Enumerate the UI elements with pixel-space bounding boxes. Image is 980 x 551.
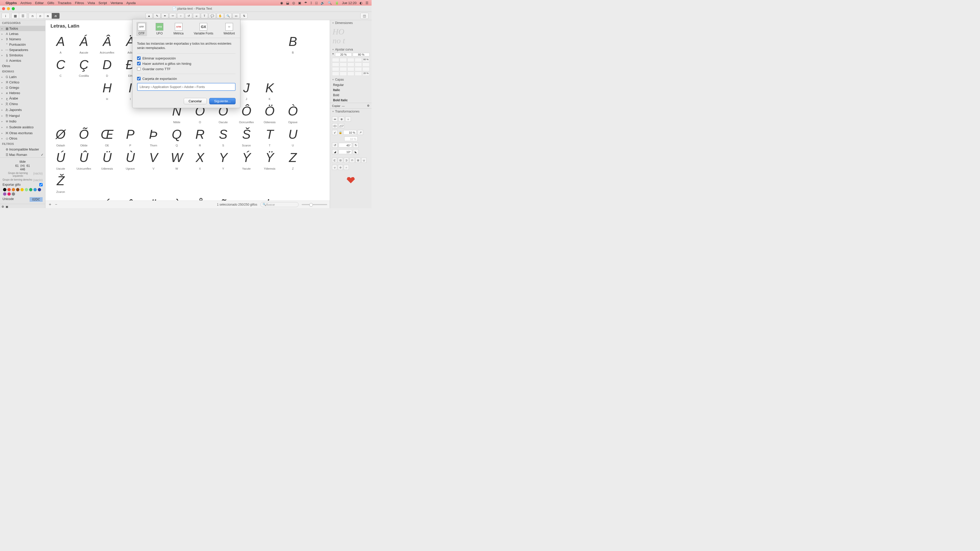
layer-regular[interactable]: Regular: [330, 83, 372, 87]
glyph-cell[interactable]: [72, 171, 95, 194]
color-lightgreen[interactable]: [25, 188, 28, 191]
lang-chino[interactable]: ▸文Chino: [0, 101, 45, 107]
glyph-cell[interactable]: RR: [188, 125, 212, 148]
glyph-cell[interactable]: KK: [258, 78, 281, 102]
glyph-cell[interactable]: [281, 55, 304, 78]
view-grid-button[interactable]: ▦: [11, 13, 19, 19]
menu-archivo[interactable]: Archivo: [21, 1, 32, 5]
glyph-cell[interactable]: [281, 171, 304, 194]
lang-japones[interactable]: ▸あJaponés: [0, 107, 45, 113]
glyph-cell[interactable]: [165, 171, 188, 194]
measure-tool[interactable]: ▭: [232, 13, 240, 19]
glyph-cell[interactable]: [119, 171, 142, 194]
glyph-cell[interactable]: [258, 171, 281, 194]
panel-icon[interactable]: ▣: [6, 205, 8, 208]
layer-italic[interactable]: Italic: [330, 87, 372, 93]
glyph-cell[interactable]: ÝYacute: [235, 148, 258, 171]
color-orange[interactable]: [12, 188, 15, 191]
status-app-icon[interactable]: ▣: [298, 1, 301, 5]
export-glyph-checkbox[interactable]: [39, 183, 43, 186]
save-ttf-checkbox[interactable]: Guardar como TTF: [137, 66, 235, 72]
menu-editar[interactable]: Editar: [35, 1, 44, 5]
filter-macroman[interactable]: ☰Mac Roman✓: [0, 152, 45, 157]
glyph-cell[interactable]: [95, 102, 119, 125]
glyph-cell[interactable]: ÚUacute: [49, 148, 72, 171]
glyph-cell[interactable]: ZZ: [281, 148, 304, 171]
export-folder-checkbox[interactable]: Carpeta de exportación: [137, 76, 235, 81]
window-minimize-button[interactable]: [7, 7, 10, 10]
status-battery-icon[interactable]: 🔋: [335, 1, 339, 5]
copy-layer-button[interactable]: Copiar: [332, 104, 340, 107]
glyph-cell[interactable]: ÒOgrave: [281, 102, 304, 125]
status-record-icon[interactable]: ◉: [280, 1, 283, 5]
glyph-cell[interactable]: [142, 171, 165, 194]
glyph-cell[interactable]: YY: [212, 148, 235, 171]
glyph-cell[interactable]: AA: [49, 32, 72, 55]
scale-up-icon[interactable]: ↗: [358, 130, 363, 135]
lang-cirilico[interactable]: ▸ЯCirílico: [0, 79, 45, 85]
glyph-width[interactable]: 446: [2, 168, 44, 171]
status-wifi-icon[interactable]: ⌸: [315, 1, 318, 5]
cat-puntuacion[interactable]: “Puntuación: [0, 42, 45, 47]
glyph-cell[interactable]: ØOslash: [49, 125, 72, 148]
origin-icon[interactable]: ⊕: [339, 117, 344, 122]
glyph-cell[interactable]: DD: [95, 55, 119, 78]
scale2-field[interactable]: 10 %: [344, 137, 358, 141]
cat-simbolos[interactable]: ▸§Símbolos: [0, 52, 45, 58]
glyph-cell[interactable]: [72, 102, 95, 125]
lang-otras[interactable]: ▸ЖOtras escrituras: [0, 130, 45, 136]
rotate-tool[interactable]: ↺: [185, 13, 192, 19]
glyph-cell[interactable]: CC: [49, 55, 72, 78]
tab-otf[interactable]: OTFOTF: [136, 22, 147, 36]
master-2-button[interactable]: n: [37, 13, 44, 19]
settings-icon[interactable]: ⚙: [2, 205, 4, 208]
pencil-tool[interactable]: ✏: [169, 13, 177, 19]
info-button[interactable]: i: [2, 13, 10, 19]
tab-ufo[interactable]: UFOUFO: [154, 22, 165, 36]
bool-intersect-icon[interactable]: ∩: [344, 165, 349, 170]
curve-a-field[interactable]: 20 %: [335, 53, 352, 56]
knife-tool[interactable]: ⎄: [193, 13, 200, 19]
color-lightblue[interactable]: [33, 188, 37, 191]
align-bottom-icon[interactable]: ⊔: [361, 158, 366, 163]
curve-b-field[interactable]: 80 %: [353, 53, 369, 56]
glyph-cell[interactable]: ŸYdieresis: [258, 148, 281, 171]
glyph-cell[interactable]: ŠScaron: [235, 125, 258, 148]
glyph-lsb[interactable]: 61: [15, 164, 19, 168]
angle-field[interactable]: 45°: [339, 143, 352, 148]
glyph-cell[interactable]: ÂAcircumflex: [95, 32, 119, 55]
layer-bolditalic[interactable]: Bold Italic: [330, 98, 372, 103]
bool-union-icon[interactable]: ∪: [332, 165, 337, 170]
curve-pct-d[interactable]: 20 %: [363, 72, 369, 76]
add-glyph-button[interactable]: ＋: [48, 202, 52, 207]
color-blue[interactable]: [38, 188, 41, 191]
align-right-icon[interactable]: ⊐: [344, 158, 349, 163]
menu-ayuda[interactable]: Ayuda: [126, 1, 136, 5]
color-red[interactable]: [7, 188, 11, 191]
pen-tool[interactable]: ✒: [161, 13, 169, 19]
lang-hangul[interactable]: ▸한Hangul: [0, 113, 45, 119]
next-button[interactable]: Siguiente...: [209, 98, 235, 104]
status-dropbox-icon[interactable]: ⬓: [286, 1, 289, 5]
inspector-toggle[interactable]: ◫: [361, 13, 368, 19]
skew-r-icon[interactable]: ◣: [353, 149, 359, 154]
transforms-header[interactable]: Transformaciones: [330, 109, 372, 114]
align-top-icon[interactable]: ⊓: [350, 158, 355, 163]
fit-curve-header[interactable]: Ajustar curva: [330, 47, 372, 52]
bool-subtract-icon[interactable]: ⊖: [338, 165, 343, 170]
erase-tool[interactable]: ○: [177, 13, 184, 19]
cat-todos[interactable]: ▸▦Todos: [0, 26, 45, 31]
glyph-cell[interactable]: [281, 78, 304, 102]
status-cc-icon[interactable]: ◎: [292, 1, 295, 5]
align-icon[interactable]: ⟐: [345, 117, 351, 122]
color-gray[interactable]: [12, 192, 15, 196]
view-list-button[interactable]: ☰: [19, 13, 27, 19]
tab-variable[interactable]: GXVariable Fonts: [192, 22, 215, 36]
lang-hebreo[interactable]: ▸אHebreo: [0, 90, 45, 96]
glyph-cell[interactable]: [72, 78, 95, 102]
remove-overlap-checkbox[interactable]: Eliminar superposición: [137, 56, 235, 61]
scale-field[interactable]: 10 %: [343, 130, 356, 135]
master-3-button[interactable]: n: [44, 13, 52, 19]
filter-incompatible[interactable]: ⚙Incompatible Master: [0, 147, 45, 152]
glyph-cell[interactable]: WW: [165, 148, 188, 171]
